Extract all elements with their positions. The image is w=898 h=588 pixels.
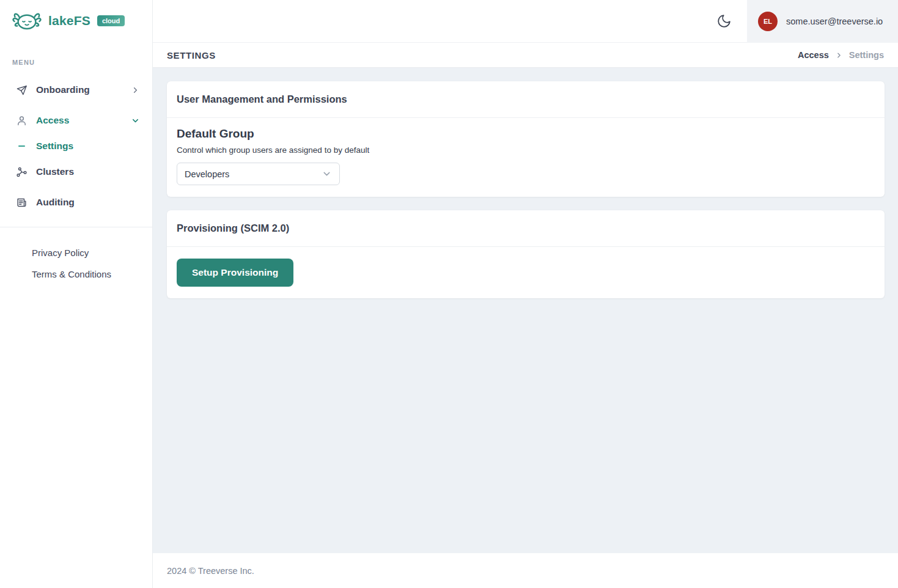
select-value: Developers	[185, 169, 229, 179]
setup-provisioning-button[interactable]: Setup Provisioning	[177, 259, 293, 287]
default-group-heading: Default Group	[177, 127, 875, 141]
page-footer: 2024 © Treeverse Inc.	[153, 553, 898, 588]
breadcrumb-current: Settings	[849, 50, 884, 60]
breadcrumb-access-link[interactable]: Access	[798, 50, 829, 60]
sidebar: lakeFS cloud MENU Onboarding	[0, 0, 153, 588]
terms-conditions-link[interactable]: Terms & Conditions	[0, 263, 152, 285]
default-group-description: Control which group users are assigned t…	[177, 145, 875, 155]
paper-plane-icon	[16, 84, 28, 96]
sidebar-item-label: Auditing	[36, 197, 75, 208]
sidebar-item-label: Access	[36, 115, 69, 126]
moon-icon	[716, 13, 732, 29]
breadcrumb: Access Settings	[798, 50, 884, 60]
sidebar-item-access[interactable]: Access	[0, 108, 152, 133]
card-title: Provisioning (SCIM 2.0)	[167, 210, 885, 247]
dark-mode-toggle[interactable]	[712, 9, 736, 34]
sidebar-item-auditing[interactable]: Auditing	[0, 189, 152, 215]
page-header: SETTINGS Access Settings	[153, 43, 898, 68]
network-icon	[16, 166, 28, 178]
provisioning-section: Setup Provisioning	[167, 247, 885, 298]
copyright-text: 2024 © Treeverse Inc.	[167, 566, 254, 576]
topbar: EL some.user@treeverse.io	[153, 0, 898, 43]
provisioning-card: Provisioning (SCIM 2.0) Setup Provisioni…	[167, 210, 885, 298]
newspaper-icon	[16, 197, 28, 208]
chevron-right-icon	[835, 51, 843, 59]
chevron-right-icon	[131, 86, 140, 95]
user-menu[interactable]: EL some.user@treeverse.io	[747, 0, 898, 43]
brand-name: lakeFS	[48, 13, 90, 28]
avatar: EL	[758, 12, 778, 31]
sidebar-item-label: Settings	[36, 141, 73, 152]
sidebar-divider	[0, 227, 152, 227]
user-management-card: User Management and Permissions Default …	[167, 81, 885, 197]
user-email: some.user@treeverse.io	[786, 17, 883, 26]
sidebar-menu: Onboarding Access S	[0, 77, 152, 215]
chevron-down-icon	[131, 116, 140, 125]
privacy-policy-link[interactable]: Privacy Policy	[0, 242, 152, 263]
sidebar-item-settings[interactable]: Settings	[0, 133, 152, 159]
sidebar-item-clusters[interactable]: Clusters	[0, 159, 152, 185]
sidebar-item-label: Onboarding	[36, 84, 90, 95]
sidebar-item-onboarding[interactable]: Onboarding	[0, 77, 152, 103]
chevron-down-icon	[322, 169, 332, 179]
card-title: User Management and Permissions	[167, 81, 885, 118]
menu-section-label: MENU	[12, 59, 152, 66]
default-group-select[interactable]: Developers	[177, 163, 340, 185]
brand-cloud-badge: cloud	[97, 15, 125, 26]
sidebar-footer-links: Privacy Policy Terms & Conditions	[0, 242, 152, 285]
brand-logo[interactable]: lakeFS cloud	[0, 0, 152, 32]
dash-icon	[16, 141, 28, 152]
axolotl-logo-icon	[11, 9, 43, 32]
sidebar-item-label: Clusters	[36, 166, 74, 177]
page-title: SETTINGS	[167, 50, 216, 61]
user-icon	[16, 115, 28, 127]
main-content: User Management and Permissions Default …	[153, 68, 898, 553]
default-group-section: Default Group Control which group users …	[167, 118, 885, 197]
